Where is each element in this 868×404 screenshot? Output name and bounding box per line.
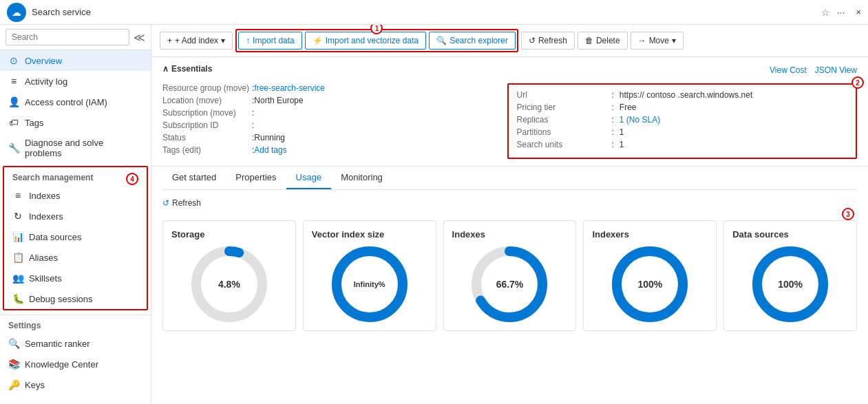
tab-monitoring[interactable]: Monitoring (331, 167, 392, 189)
sidebar-label-indexers: Indexers (29, 211, 63, 222)
activity-log-icon: ≡ (8, 76, 19, 87)
sidebar-item-indexes[interactable]: ≡ Indexes (4, 185, 147, 206)
location-label: Location (move) (162, 96, 252, 105)
sidebar-item-skillsets[interactable]: 👥 Skillsets (4, 268, 147, 288)
essentials-content: Resource group (move) : free-search-serv… (162, 83, 857, 159)
essentials-right: 2 Url : https:// contoso .search.windows… (507, 83, 858, 159)
refresh-label: Refresh (538, 36, 567, 45)
keys-icon: 🔑 (8, 379, 19, 390)
sidebar-label-data-sources: Data sources (29, 232, 82, 242)
import-data-icon: ↑ (246, 36, 250, 45)
main-layout: ≪ ⊙ Overview ≡ Activity log 👤 Access con… (0, 25, 868, 404)
essentials-collapse-icon: ∧ (162, 64, 169, 74)
sidebar-item-tags[interactable]: 🏷 Tags (0, 112, 151, 133)
diagnose-icon: 🔧 (8, 142, 19, 153)
delete-button[interactable]: 🗑 Delete (578, 32, 628, 50)
donut-label-indexers: 100% (637, 279, 662, 290)
donut-label-storage: 4.8% (218, 279, 240, 290)
search-units-label: Search units (517, 140, 606, 149)
replicas-value[interactable]: 1 (No SLA) (620, 115, 660, 125)
close-button[interactable]: × (856, 7, 861, 17)
tab-get-started[interactable]: Get started (162, 167, 226, 189)
partitions-value: 1 (620, 127, 624, 137)
add-index-caret: ▾ (221, 36, 225, 45)
skillsets-icon: 👥 (12, 273, 23, 284)
sidebar-item-semantic-ranker[interactable]: 🔍 Semantic ranker (0, 333, 151, 354)
sidebar-item-iam[interactable]: 👤 Access control (IAM) (0, 92, 151, 112)
search-explorer-button[interactable]: 🔍 Search explorer (429, 32, 516, 50)
add-index-label: + Add index (175, 36, 218, 45)
refresh-icon: ↺ (529, 36, 536, 45)
sidebar-label-knowledge-center: Knowledge Center (25, 359, 98, 370)
tab-refresh-button[interactable]: ↺ Refresh (162, 195, 857, 213)
tags-label: Tags (edit) (162, 145, 252, 155)
add-index-button[interactable]: + + Add index ▾ (160, 32, 233, 50)
import-vectorize-button[interactable]: ⚡ Import and vectorize data (305, 32, 426, 50)
tags-icon: 🏷 (8, 117, 19, 128)
sidebar-item-activity-log[interactable]: ≡ Activity log (0, 71, 151, 92)
sidebar-label-aliases: Aliases (29, 253, 58, 263)
chart-title-storage: Storage (171, 229, 204, 240)
sidebar-label-keys: Keys (25, 380, 45, 390)
search-input[interactable] (6, 29, 129, 45)
search-explorer-label: Search explorer (449, 36, 508, 45)
toolbar: + + Add index ▾ 1 ↑ Import data ⚡ Import… (151, 25, 868, 57)
main-content: + + Add index ▾ 1 ↑ Import data ⚡ Import… (151, 25, 868, 404)
tab-properties[interactable]: Properties (226, 167, 286, 189)
sidebar-label-iam: Access control (IAM) (25, 97, 107, 107)
donut-label-vector-index-size: Infinity% (354, 280, 385, 288)
move-icon: → (638, 36, 646, 45)
charts-container: Storage4.8%Vector index sizeInfinity%Ind… (162, 213, 857, 338)
view-cost-link[interactable]: View Cost (770, 65, 807, 75)
sidebar-item-indexers[interactable]: ↻ Indexers (4, 206, 147, 226)
collapse-sidebar-icon[interactable]: ≪ (134, 31, 145, 44)
sidebar-item-keys[interactable]: 🔑 Keys (0, 374, 151, 395)
more-icon[interactable]: ··· (837, 7, 845, 18)
sidebar-label-debug-sessions: Debug sessions (29, 294, 93, 304)
sidebar-item-knowledge-center[interactable]: 📚 Knowledge Center (0, 354, 151, 374)
essentials-left: Resource group (move) : free-search-serv… (162, 83, 494, 159)
move-button[interactable]: → Move ▾ (631, 32, 684, 50)
subscription-id-label: Subscription ID (162, 120, 252, 130)
donut-label-indexes: 66.7% (496, 279, 524, 290)
search-management-header: Search management 4 (4, 167, 147, 185)
import-vectorize-label: Import and vectorize data (326, 36, 419, 45)
import-vectorize-icon: ⚡ (313, 36, 323, 45)
chart-card-vector-index-size: Vector index sizeInfinity% (303, 220, 436, 331)
sidebar: ≪ ⊙ Overview ≡ Activity log 👤 Access con… (0, 25, 151, 404)
donut-wrapper-vector-index-size: Infinity% (332, 246, 407, 322)
refresh-button[interactable]: ↺ Refresh (521, 32, 575, 50)
move-caret: ▾ (672, 36, 676, 45)
sidebar-item-data-sources[interactable]: 📊 Data sources (4, 226, 147, 247)
service-name: Search service (32, 7, 91, 17)
chart-card-indexers: Indexers100% (583, 220, 717, 331)
semantic-ranker-icon: 🔍 (8, 338, 19, 349)
sidebar-label-overview: Overview (25, 56, 62, 66)
pricing-tier-label: Pricing tier (517, 103, 606, 112)
chart-title-indexes: Indexes (452, 229, 485, 240)
import-data-button[interactable]: ↑ Import data (238, 32, 302, 50)
indexers-icon: ↻ (12, 211, 23, 222)
tab-usage[interactable]: Usage (286, 167, 332, 189)
resource-group-value[interactable]: free-search-service (254, 83, 325, 93)
json-view-link[interactable]: JSON View (815, 65, 857, 75)
top-icons: ☆ ··· (821, 7, 845, 18)
sidebar-label-activity-log: Activity log (25, 76, 67, 87)
tags-value[interactable]: Add tags (254, 145, 286, 155)
sidebar-label-skillsets: Skillsets (29, 273, 62, 284)
delete-icon: 🗑 (585, 36, 593, 45)
resource-group-label: Resource group (move) (162, 83, 252, 93)
sidebar-item-debug-sessions[interactable]: 🐛 Debug sessions (4, 288, 147, 309)
sidebar-item-overview[interactable]: ⊙ Overview (0, 50, 151, 71)
sidebar-item-aliases[interactable]: 📋 Aliases (4, 247, 147, 268)
top-bar: ☁ Search service ☆ ··· × (0, 0, 868, 25)
donut-wrapper-data-sources: 100% (752, 246, 828, 322)
donut-wrapper-indexes: 66.7% (472, 246, 547, 322)
add-icon: + (167, 36, 172, 45)
sidebar-item-diagnose[interactable]: 🔧 Diagnose and solve problems (0, 133, 151, 163)
move-label: Move (649, 36, 669, 45)
essentials-header: ∧ Essentials (162, 64, 212, 74)
star-icon[interactable]: ☆ (821, 7, 830, 18)
data-sources-icon: 📊 (12, 231, 23, 242)
replicas-label: Replicas (517, 115, 606, 125)
